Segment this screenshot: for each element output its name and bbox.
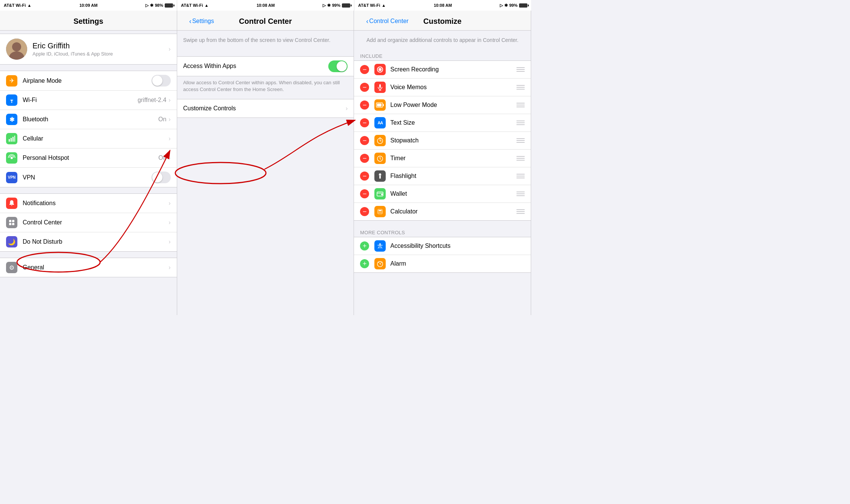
- profile-row[interactable]: Eric Griffith Apple ID, iCloud, iTunes &…: [0, 34, 177, 65]
- voice-memos-drag[interactable]: [516, 85, 525, 90]
- cc-back-label: Settings: [192, 18, 214, 25]
- minus-low-power-mode[interactable]: −: [360, 100, 369, 110]
- item-timer[interactable]: − Timer: [354, 150, 531, 167]
- wallet-drag[interactable]: [516, 192, 525, 196]
- cc-access-toggle[interactable]: [328, 60, 348, 72]
- cc-description: Swipe up from the bottom of the screen t…: [177, 31, 354, 50]
- cc-access-section: Access Within Apps: [177, 56, 354, 76]
- vpn-toggle[interactable]: [151, 172, 171, 183]
- status-right-1: ▷ ✱ 98%: [145, 3, 173, 8]
- settings-row-do-not-disturb[interactable]: 🌙 Do Not Disturb ›: [0, 232, 177, 251]
- customize-controls-row[interactable]: Customize Controls ›: [177, 99, 354, 117]
- hotspot-value: Off: [158, 155, 166, 161]
- cellular-icon: [6, 133, 17, 144]
- notifications-chevron: ›: [168, 200, 170, 207]
- svg-point-8: [11, 157, 13, 159]
- customize-title: Customize: [423, 17, 462, 26]
- item-low-power-mode[interactable]: − Low Power Mode: [354, 96, 531, 114]
- item-voice-memos[interactable]: − Voice Memos: [354, 79, 531, 96]
- settings-row-control-center[interactable]: Control Center ›: [0, 213, 177, 232]
- settings-panel: Settings Eric Griffith Apple ID, iCloud,…: [0, 11, 177, 315]
- flashlight-label: Flashlight: [390, 173, 516, 179]
- item-stopwatch[interactable]: − Stopwatch: [354, 132, 531, 150]
- settings-row-wifi[interactable]: Wi-Fi griffnet-2.4 ›: [0, 91, 177, 110]
- control-center-panel: ‹ Settings Control Center Swipe up from …: [177, 11, 354, 315]
- item-wallet[interactable]: − Wallet: [354, 185, 531, 203]
- status-right-3: ▷ ✱ 99%: [500, 3, 527, 8]
- calculator-icon: [374, 206, 386, 217]
- flashlight-drag[interactable]: [516, 174, 525, 178]
- text-size-drag[interactable]: [516, 121, 525, 125]
- minus-stopwatch[interactable]: −: [360, 136, 369, 145]
- wifi-value: griffnet-2.4: [138, 97, 166, 104]
- accessibility-label: Accessibility Shortcuts: [390, 243, 525, 249]
- low-power-drag[interactable]: [516, 103, 525, 107]
- battery-icon-1: [165, 3, 173, 8]
- svg-rect-6: [12, 137, 14, 142]
- item-calculator[interactable]: − Calculator: [354, 203, 531, 220]
- airplane-mode-toggle[interactable]: [151, 75, 171, 87]
- screen-recording-drag[interactable]: [516, 67, 525, 72]
- settings-row-cellular[interactable]: Cellular ›: [0, 129, 177, 148]
- settings-section-2: Notifications › Control Center ›: [0, 193, 177, 252]
- carrier-1: AT&T Wi-Fi: [4, 3, 26, 8]
- minus-text-size[interactable]: −: [360, 118, 369, 127]
- minus-calculator[interactable]: −: [360, 207, 369, 216]
- settings-row-notifications[interactable]: Notifications ›: [0, 194, 177, 213]
- svg-rect-10: [12, 220, 14, 222]
- plus-alarm[interactable]: +: [360, 259, 369, 268]
- control-center-chevron: ›: [168, 219, 170, 226]
- minus-flashlight[interactable]: −: [360, 172, 369, 181]
- item-text-size[interactable]: − AA Text Size: [354, 114, 531, 132]
- airplane-mode-label: Airplane Mode: [23, 77, 151, 84]
- item-alarm[interactable]: + Alarm: [354, 255, 531, 272]
- cc-access-row[interactable]: Access Within Apps: [177, 57, 354, 76]
- svg-rect-12: [12, 223, 14, 225]
- control-center-label: Control Center: [23, 219, 168, 226]
- svg-point-3: [11, 102, 12, 103]
- item-flashlight[interactable]: − Flashlight: [354, 167, 531, 185]
- customize-description: Add and organize additional controls to …: [354, 31, 531, 50]
- voice-memos-label: Voice Memos: [390, 84, 516, 91]
- timer-drag[interactable]: [516, 156, 525, 161]
- minus-timer[interactable]: −: [360, 154, 369, 163]
- svg-rect-5: [11, 138, 12, 142]
- stopwatch-label: Stopwatch: [390, 137, 516, 144]
- svg-rect-33: [379, 210, 382, 211]
- bluetooth-icon-1: ✱: [150, 3, 153, 8]
- settings-row-general[interactable]: ⚙ General ›: [0, 258, 177, 277]
- bluetooth-row-icon: ✱: [6, 114, 17, 125]
- svg-rect-11: [9, 223, 11, 225]
- settings-row-bluetooth[interactable]: ✱ Bluetooth On ›: [0, 110, 177, 129]
- plus-accessibility[interactable]: +: [360, 241, 369, 250]
- cellular-label: Cellular: [23, 135, 168, 142]
- minus-wallet[interactable]: −: [360, 189, 369, 198]
- settings-row-personal-hotspot[interactable]: Personal Hotspot Off ›: [0, 148, 177, 168]
- customize-back-link[interactable]: ‹ Control Center: [366, 17, 408, 25]
- accessibility-icon: [374, 240, 386, 252]
- item-accessibility[interactable]: + Accessibility Shortcuts: [354, 237, 531, 255]
- profile-subtitle: Apple ID, iCloud, iTunes & App Store: [32, 51, 168, 57]
- low-power-icon: [374, 99, 386, 111]
- time-2: 10:08 AM: [257, 3, 275, 8]
- airplane-mode-toggle-knob: [152, 76, 162, 86]
- stopwatch-drag[interactable]: [516, 138, 525, 143]
- cc-access-toggle-knob: [337, 61, 347, 71]
- settings-row-vpn[interactable]: VPN VPN: [0, 168, 177, 187]
- settings-section-1: ✈ Airplane Mode Wi-Fi gr: [0, 71, 177, 187]
- item-screen-recording[interactable]: − Screen Recording: [354, 61, 531, 79]
- calculator-drag[interactable]: [516, 209, 525, 214]
- wallet-icon: [374, 188, 386, 199]
- low-power-label: Low Power Mode: [390, 102, 516, 108]
- airplane-mode-icon: ✈: [6, 75, 17, 87]
- status-bar-panel-3: AT&T Wi-Fi ▲ 10:08 AM ▷ ✱ 99%: [354, 0, 531, 11]
- more-controls-header: MORE CONTROLS: [354, 227, 531, 237]
- cc-back-chevron: ‹: [189, 17, 192, 25]
- cc-back-link[interactable]: ‹ Settings: [189, 17, 214, 25]
- settings-row-airplane-mode[interactable]: ✈ Airplane Mode: [0, 71, 177, 91]
- minus-screen-recording[interactable]: −: [360, 65, 369, 74]
- minus-voice-memos[interactable]: −: [360, 83, 369, 92]
- time-1: 10:09 AM: [79, 3, 97, 8]
- carrier-3: AT&T Wi-Fi: [358, 3, 380, 8]
- svg-rect-30: [377, 193, 383, 194]
